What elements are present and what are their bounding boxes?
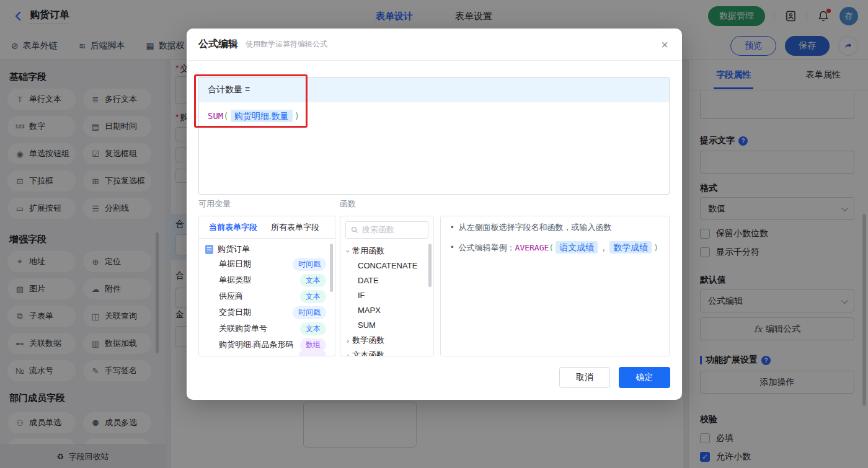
chevron-icon: › xyxy=(347,336,349,345)
function-item[interactable]: SUM xyxy=(340,318,433,333)
function-name: SUM xyxy=(208,111,223,121)
variable-row[interactable]: 供应商文本 xyxy=(199,288,335,304)
formula-expression[interactable]: SUM(购货明细.数量) xyxy=(199,102,669,131)
functions-scrollbar[interactable] xyxy=(428,244,432,287)
modal-title: 公式编辑 xyxy=(198,38,238,51)
variable-row[interactable]: 关联购货单号文本 xyxy=(199,320,335,337)
variable-row[interactable]: 单据类型文本 xyxy=(199,272,335,288)
clipped-badge xyxy=(299,350,326,356)
modal-header: 公式编辑 使用数学运算符编辑公式 × xyxy=(187,29,682,61)
example-function-name: AVERAGE xyxy=(515,243,549,252)
formula-edit-modal: 公式编辑 使用数学运算符编辑公式 × 合计数量 = SUM(购货明细.数量) 可… xyxy=(187,29,682,400)
variables-root[interactable]: 购货订单 xyxy=(199,239,335,256)
variables-scrollbar[interactable] xyxy=(330,244,333,292)
function-group-text[interactable]: ›文本函数 xyxy=(340,348,433,356)
formula-editor[interactable]: 合计数量 = SUM(购货明细.数量) xyxy=(198,77,670,195)
tips-panel: • 从左侧面板选择字段名和函数，或输入函数 • 公式编辑举例：AVERAGE(语… xyxy=(440,216,670,356)
tab-all-form-fields[interactable]: 所有表单字段 xyxy=(271,222,319,233)
type-badge: 文本 xyxy=(300,290,326,303)
cancel-button[interactable]: 取消 xyxy=(559,367,610,388)
functions-label: 函数 xyxy=(340,198,356,210)
function-search[interactable]: 搜索函数 xyxy=(345,221,428,239)
formula-target: 合计数量 = xyxy=(199,77,669,102)
search-icon xyxy=(351,226,358,234)
function-group-math[interactable]: ›数学函数 xyxy=(340,333,433,348)
tab-current-form-fields[interactable]: 当前表单字段 xyxy=(209,222,257,233)
close-icon[interactable]: × xyxy=(661,38,668,51)
function-item[interactable]: CONCATENATE xyxy=(340,258,433,273)
type-badge: 时间戳 xyxy=(293,306,326,319)
variables-label: 可用变量 xyxy=(198,198,231,210)
tip-line: • 从左侧面板选择字段名和函数，或输入函数 xyxy=(441,216,669,236)
type-badge: 文本 xyxy=(300,322,326,335)
form-doc-icon xyxy=(205,245,213,254)
example-field-chip: 数学成绩 xyxy=(609,241,652,254)
tip-example-line: • 公式编辑举例：AVERAGE(语文成绩，数学成绩) xyxy=(441,236,669,257)
function-item[interactable]: DATE xyxy=(340,273,433,288)
variable-row[interactable]: 单据日期时间戳 xyxy=(199,256,335,272)
variables-tabs: 当前表单字段 所有表单字段 xyxy=(199,216,335,239)
variables-panel: 当前表单字段 所有表单字段 购货订单 单据日期时间戳 单据类型文本 供应商文本 … xyxy=(198,216,335,356)
modal-subtitle: 使用数学运算符编辑公式 xyxy=(246,39,327,50)
function-item[interactable]: MAPX xyxy=(340,303,433,318)
functions-panel: 搜索函数 ›常用函数 CONCATENATE DATE IF MAPX SUM … xyxy=(340,216,434,356)
chevron-icon: › xyxy=(343,250,353,252)
type-badge: 文本 xyxy=(300,274,326,287)
modal-footer: 取消 确定 xyxy=(559,367,670,388)
search-placeholder: 搜索函数 xyxy=(362,224,394,236)
function-group-common[interactable]: ›常用函数 xyxy=(340,244,433,258)
variable-row[interactable]: 交货日期时间戳 xyxy=(199,304,335,320)
function-item[interactable]: IF xyxy=(340,288,433,303)
chevron-icon: › xyxy=(347,351,349,357)
confirm-button[interactable]: 确定 xyxy=(619,367,670,388)
example-field-chip: 语文成绩 xyxy=(556,241,598,254)
type-badge: 时间戳 xyxy=(293,258,326,271)
field-chip[interactable]: 购货明细.数量 xyxy=(231,110,293,122)
